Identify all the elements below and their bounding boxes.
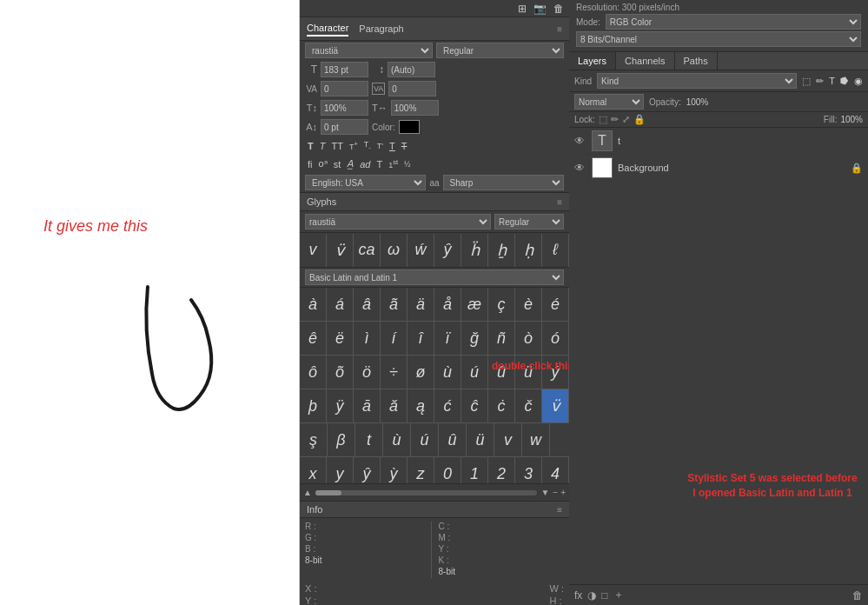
recent-glyph-0[interactable]: v (300, 234, 327, 267)
scroll-track[interactable] (315, 490, 538, 495)
layer-bg-visibility-eye[interactable]: 👁 (574, 162, 586, 174)
ticks-btn[interactable]: T' (374, 138, 386, 153)
font-size-input[interactable] (321, 62, 368, 77)
glyph-cell[interactable]: ć (434, 389, 461, 422)
allcaps-btn[interactable]: TT (328, 138, 345, 153)
glyph-cell[interactable]: ç (488, 288, 515, 321)
glyph-cell[interactable]: ã (381, 288, 407, 321)
glyph-cell[interactable]: ÷ (381, 356, 407, 389)
antialias-select[interactable]: Sharp (443, 175, 564, 190)
glyph-cell[interactable]: t (355, 423, 383, 456)
language-select[interactable]: English: USA (305, 175, 426, 190)
filter-icon5[interactable]: ◉ (854, 76, 863, 87)
blend-mode-select[interactable]: Normal (574, 94, 644, 110)
glyph-cell[interactable]: î (407, 322, 434, 355)
glyph-cell[interactable]: ā (354, 389, 381, 422)
superscript-btn[interactable]: T+ (347, 138, 361, 153)
glyph-cell[interactable]: û (439, 423, 467, 456)
glyph-cell[interactable]: ì (354, 322, 381, 355)
glyph-cell-selected[interactable]: v̈ (542, 389, 569, 422)
subscript-btn[interactable]: T- (361, 138, 374, 153)
delete-layer-icon[interactable]: 🗑 (852, 589, 863, 602)
glyphs-style-select[interactable]: Regular (494, 214, 564, 229)
kind-select[interactable]: Kind (597, 73, 797, 89)
ordinal-btn[interactable]: oᵃ (316, 156, 330, 171)
adjustment-icon[interactable]: ◑ (587, 589, 596, 602)
glyph-cell[interactable]: ë (327, 322, 354, 355)
group-icon[interactable]: □ (601, 589, 607, 602)
lock-icon4[interactable]: 🔒 (633, 114, 646, 125)
glyph-cell[interactable]: z (407, 457, 434, 483)
glyph-cell[interactable]: ô (300, 356, 327, 389)
glyph-cell[interactable]: ö (354, 356, 381, 389)
fi-btn[interactable]: fi (305, 156, 315, 171)
glyph-cell[interactable]: é (542, 288, 569, 321)
trash-icon[interactable]: 🗑 (553, 3, 564, 15)
recent-glyph-2[interactable]: ca (354, 234, 381, 267)
glyph-cell[interactable]: ï (434, 322, 461, 355)
tab-paths[interactable]: Paths (675, 52, 718, 70)
mode-select[interactable]: RGB Color (606, 14, 861, 30)
glyph-cell[interactable]: č (515, 389, 542, 422)
glyph-cell[interactable]: õ (327, 356, 354, 389)
glyphs-font-select[interactable]: raustiä (305, 214, 491, 229)
glyph-cell[interactable]: ỳ (381, 457, 407, 483)
glyph-cell[interactable]: ş (300, 423, 328, 456)
recent-glyph-4[interactable]: ẃ (407, 234, 434, 267)
lock-icon1[interactable]: ⬚ (599, 114, 607, 125)
zoom-out-icon[interactable]: − (553, 488, 558, 497)
glyph-cell[interactable]: ğ (461, 322, 488, 355)
glyph-cell[interactable]: á (327, 288, 354, 321)
glyph-cell[interactable]: w (522, 423, 550, 456)
fx-icon[interactable]: fx (574, 589, 582, 602)
kerning-input[interactable] (321, 81, 368, 96)
glyph-cell[interactable]: ú (411, 423, 439, 456)
glyph-cell[interactable]: ċ (488, 389, 515, 422)
glyph-cell[interactable]: v (494, 423, 522, 456)
layer-item-text[interactable]: 👁 T t (569, 128, 868, 155)
glyph-cell[interactable]: 0 (434, 457, 461, 483)
glyph-cell[interactable]: ù (434, 356, 461, 389)
glyph-cell[interactable]: 3 (515, 457, 542, 483)
glyph-cell[interactable]: ü (467, 423, 494, 456)
font-style-select[interactable]: Regular (436, 43, 564, 58)
recent-glyph-1[interactable]: v̈ (327, 234, 354, 267)
glyph-cell[interactable]: ó (542, 322, 569, 355)
grid-icon[interactable]: ⊞ (518, 3, 527, 15)
scroll-thumb[interactable] (315, 490, 341, 495)
glyph-cell[interactable]: 2 (488, 457, 515, 483)
underline-btn[interactable]: T (387, 138, 398, 153)
glyph-cell[interactable]: ñ (488, 322, 515, 355)
glyph-cell[interactable]: ĉ (461, 389, 488, 422)
glyph-cell[interactable]: 4 (542, 457, 569, 483)
glyph-cell[interactable]: ø (407, 356, 434, 389)
glyph-cell[interactable]: â (354, 288, 381, 321)
bold-btn[interactable]: T (305, 138, 316, 153)
glyph-cell[interactable]: ê (300, 322, 327, 355)
camera-icon[interactable]: 📷 (533, 3, 547, 15)
glyph-cell[interactable]: y (327, 457, 354, 483)
glyph-cell[interactable]: ú (461, 356, 488, 389)
tab-layers[interactable]: Layers (569, 52, 616, 70)
glyph-cell[interactable]: å (434, 288, 461, 321)
glyphs-filter-select[interactable]: Basic Latin and Latin 1 (305, 269, 564, 285)
bits-select[interactable]: 8 Bits/Channel (576, 31, 861, 47)
recent-glyph-9[interactable]: ℓ (542, 234, 569, 267)
info-menu-icon[interactable]: ≡ (557, 505, 562, 515)
glyph-cell[interactable]: í (381, 322, 407, 355)
italic-btn[interactable]: T (317, 138, 328, 153)
glyphs-menu-icon[interactable]: ≡ (557, 197, 562, 207)
filter-icon4[interactable]: ⭓ (840, 76, 849, 87)
glyph-cell[interactable]: ą (407, 389, 434, 422)
glyph-cell[interactable]: ù (383, 423, 411, 456)
scroll-up-arrow[interactable]: ▲ (303, 488, 312, 497)
recent-glyph-8[interactable]: ḥ (515, 234, 542, 267)
glyph-cell[interactable]: β (328, 423, 355, 456)
titling-btn[interactable]: T (374, 156, 385, 171)
scroll-down-arrow[interactable]: ▼ (540, 488, 549, 497)
glyph-cell[interactable]: x (300, 457, 327, 483)
glyph-cell[interactable]: à (300, 288, 327, 321)
glyph-cell[interactable]: û (488, 356, 515, 389)
layer-item-background[interactable]: 👁 Background 🔒 (569, 155, 868, 182)
hscale-input[interactable] (391, 100, 439, 116)
